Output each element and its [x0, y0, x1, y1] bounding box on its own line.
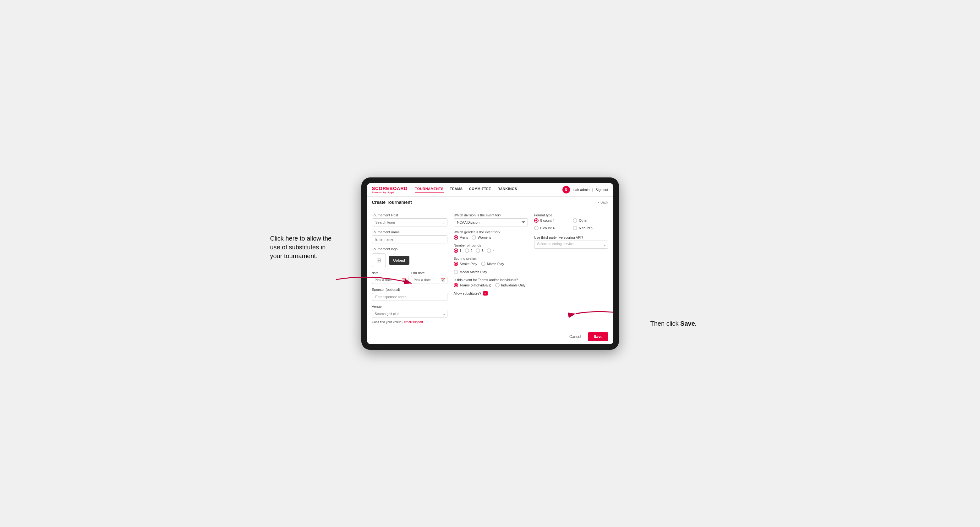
radio-round-1	[454, 248, 458, 253]
upload-button[interactable]: Upload	[389, 256, 409, 265]
calendar-icon-end: 📅	[441, 278, 445, 282]
avatar: B	[562, 186, 570, 194]
format-other[interactable]: Other	[573, 218, 608, 223]
allow-subs-group: Allow substitutes? ✓	[454, 291, 528, 295]
radio-mens	[454, 235, 458, 240]
tablet-device: SCOREBOARD Powered by clippd TOURNAMENTS…	[361, 178, 619, 350]
venue-label: Venue	[372, 305, 447, 308]
radio-womens	[472, 235, 476, 240]
logo-sub: Powered by clippd	[372, 191, 407, 194]
rounds-label: Number of rounds	[454, 243, 528, 247]
nav-link-committee[interactable]: COMMITTEE	[469, 187, 492, 192]
team-teams[interactable]: Teams (+Individuals)	[454, 283, 492, 287]
form-col-2: Which division is the event for? NCAA Di…	[454, 213, 528, 324]
radio-medal	[454, 270, 458, 274]
format-6count4[interactable]: 6 count 4	[534, 226, 570, 230]
division-group: Which division is the event for? NCAA Di…	[454, 213, 528, 227]
logo-text: SCOREBOARD	[372, 186, 407, 191]
team-individual-group: Is this event for Teams and/or Individua…	[454, 278, 528, 287]
tournament-host-label: Tournament Host	[372, 213, 447, 217]
radio-6count5	[573, 226, 577, 230]
logo-upload-area: ⊞ Upload	[372, 254, 447, 267]
form-col-1: Tournament Host ⌄ Tournament name Tourna…	[372, 213, 447, 324]
end-date-group: End date 📅	[411, 271, 447, 284]
nav-link-rankings[interactable]: RANKINGS	[497, 187, 517, 192]
tournament-host-group: Tournament Host ⌄	[372, 213, 447, 227]
page-header: Create Tournament ‹ Back	[367, 197, 613, 208]
radio-round-2	[465, 248, 469, 253]
save-button[interactable]: Save	[588, 332, 608, 341]
nav-link-teams[interactable]: TEAMS	[450, 187, 463, 192]
division-select[interactable]: NCAA Division I	[454, 218, 528, 227]
annotation-right: Then click Save.	[651, 319, 707, 328]
format-group: Format type 5 count 4 Other	[534, 213, 608, 232]
tournament-host-input[interactable]	[372, 218, 447, 227]
allow-subs-label: Allow substitutes?	[454, 292, 481, 295]
allow-subs-checkbox[interactable]: ✓	[483, 291, 488, 295]
rounds-2[interactable]: 2	[465, 248, 473, 253]
user-name: blair admin	[573, 188, 589, 192]
team-individual-label: Is this event for Teams and/or Individua…	[454, 278, 528, 282]
radio-other	[573, 218, 577, 223]
logo-placeholder: ⊞	[372, 254, 386, 267]
radio-individuals	[495, 283, 500, 287]
team-individuals[interactable]: Individuals Only	[495, 283, 526, 287]
gender-radio-row: Mens Womens	[454, 235, 528, 240]
tournament-logo-group: Tournament logo ⊞ Upload	[372, 247, 447, 267]
rounds-radio-row: 1 2 3 4	[454, 248, 528, 253]
scoring-match[interactable]: Match Play	[481, 262, 504, 266]
radio-match	[481, 262, 485, 266]
gender-label: Which gender is the event for?	[454, 230, 528, 234]
rounds-group: Number of rounds 1 2	[454, 243, 528, 253]
venue-helper: Can't find your venue? email support	[372, 321, 447, 324]
venue-search-icon: ⌄	[443, 311, 445, 316]
end-date-label: End date	[411, 271, 447, 275]
nav-user: B blair admin | Sign out	[562, 186, 608, 194]
sign-out-link[interactable]: Sign out	[595, 188, 608, 192]
form-footer: Cancel Save	[367, 329, 613, 344]
nav-logo: SCOREBOARD Powered by clippd	[372, 186, 407, 194]
cancel-button[interactable]: Cancel	[566, 333, 585, 341]
allow-subs-checkbox-label[interactable]: Allow substitutes? ✓	[454, 291, 528, 295]
format-5count4[interactable]: 5 count 4	[534, 218, 570, 223]
team-radio-row: Teams (+Individuals) Individuals Only	[454, 283, 528, 287]
arrow-left-icon	[333, 270, 415, 290]
arrow-right-icon	[573, 304, 616, 321]
annotation-left: Click here to allow the use of substitut…	[270, 234, 333, 260]
rounds-4[interactable]: 4	[487, 248, 495, 253]
radio-5count4	[534, 218, 539, 223]
radio-round-4	[487, 248, 491, 253]
radio-stroke	[454, 262, 458, 266]
navigation: SCOREBOARD Powered by clippd TOURNAMENTS…	[367, 183, 613, 197]
scoring-medal[interactable]: Medal Match Play	[454, 270, 487, 274]
radio-6count4	[534, 226, 539, 230]
venue-input[interactable]	[372, 310, 447, 318]
scoring-label: Scoring system	[454, 257, 528, 260]
gender-mens[interactable]: Mens	[454, 235, 468, 240]
tournament-name-group: Tournament name	[372, 230, 447, 243]
division-label: Which division is the event for?	[454, 213, 528, 217]
format-label: Format type	[534, 213, 608, 217]
email-support-link[interactable]: email support	[404, 321, 423, 324]
scoring-radio-row: Stroke Play Match Play Medal Match Play	[454, 262, 528, 274]
format-options-grid: 5 count 4 Other 6 count 4	[534, 218, 608, 232]
tournament-name-input[interactable]	[372, 235, 447, 243]
scoring-group: Scoring system Stroke Play Match Play	[454, 257, 528, 274]
gender-group: Which gender is the event for? Mens Wome…	[454, 230, 528, 240]
format-6count5[interactable]: 6 count 5	[573, 226, 608, 230]
gender-womens[interactable]: Womens	[472, 235, 491, 240]
scoring-api-select[interactable]	[534, 241, 608, 249]
rounds-3[interactable]: 3	[476, 248, 484, 253]
nav-links: TOURNAMENTS TEAMS COMMITTEE RANKINGS	[415, 187, 563, 192]
radio-teams	[454, 283, 458, 287]
sponsor-input[interactable]	[372, 293, 447, 301]
tournament-logo-label: Tournament logo	[372, 247, 447, 251]
tournament-name-label: Tournament name	[372, 230, 447, 234]
back-button[interactable]: ‹ Back	[598, 200, 608, 204]
scoring-api-label: Use third-party live scoring API?	[534, 235, 608, 239]
scoring-api-group: Use third-party live scoring API? ⌄ Sele…	[534, 235, 608, 246]
nav-link-tournaments[interactable]: TOURNAMENTS	[415, 187, 444, 192]
rounds-1[interactable]: 1	[454, 248, 461, 253]
scoring-stroke[interactable]: Stroke Play	[454, 262, 477, 266]
venue-group: Venue ⌄ Can't find your venue? email sup…	[372, 305, 447, 324]
